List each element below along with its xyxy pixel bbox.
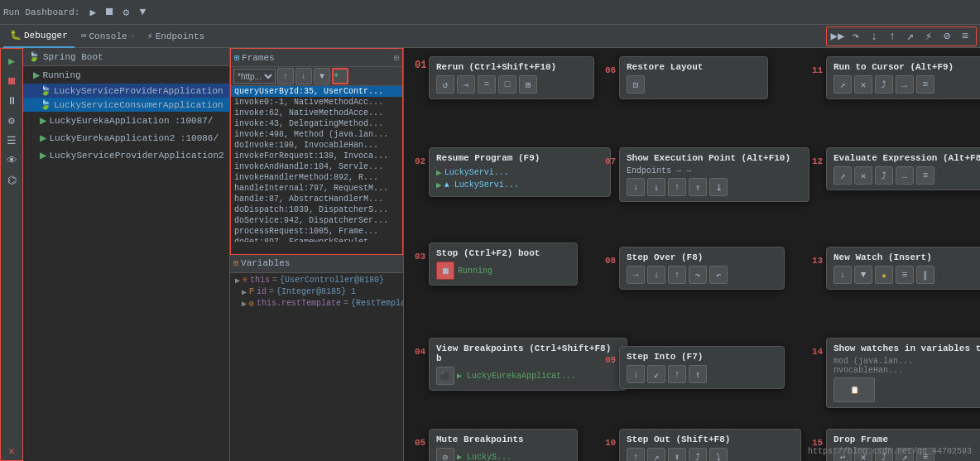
close-icon[interactable]: ✕ — [2, 442, 21, 460]
tab-debugger[interactable]: 🐛 Debugger — [3, 25, 74, 48]
frame-item-2[interactable]: invoke:62, NativeMethodAcce... — [231, 108, 402, 118]
service-consumer-item[interactable]: 🍃 LuckyServiceConsumerApplication — [23, 98, 229, 112]
run-icon[interactable]: ▶ — [85, 5, 100, 20]
rerun-all-btn[interactable]: ⇒ — [457, 75, 475, 94]
rc-1[interactable]: ↗ — [833, 75, 852, 94]
frames-highlight-btn[interactable]: ✚ — [332, 68, 348, 84]
step-over-btn[interactable]: ↷ — [848, 28, 864, 45]
pause-icon[interactable]: ⏸ — [2, 92, 21, 110]
ev-5[interactable]: ≡ — [916, 166, 934, 185]
var-item-0[interactable]: ▶ ≡ this = {UserController@8180} — [232, 275, 401, 286]
bp-icon[interactable]: ⚫ — [436, 367, 454, 385]
stop-btn[interactable]: ⏹ — [436, 262, 454, 280]
frames-toolbar: *http... ↑ ↓ ▼ ✚ — [231, 67, 402, 86]
frames-down-btn[interactable]: ↓ — [295, 68, 312, 84]
running-group[interactable]: ▶ Running — [23, 66, 229, 84]
so-1[interactable]: → — [627, 266, 645, 284]
provider2-item[interactable]: ▶ LuckyServiceProviderApplication2 : — [23, 146, 229, 164]
grid-btn[interactable]: ⊞ — [519, 75, 537, 94]
frames-filter-btn[interactable]: ▼ — [314, 68, 330, 84]
sout-2[interactable]: ↗ — [647, 448, 665, 461]
nw-1[interactable]: ↓ — [833, 266, 852, 284]
si-1[interactable]: ↓ — [627, 365, 645, 383]
service-provider-item[interactable]: 🍃 LuckyServiceProviderApplication :8 — [23, 84, 229, 98]
ev-1[interactable]: ↗ — [833, 166, 852, 185]
frame-item-6[interactable]: invokeForRequest:138, Invoca... — [231, 151, 402, 161]
filter-icon[interactable]: ▼ — [135, 5, 150, 20]
frame-item-11[interactable]: doDispatch:1039, DispatcherS... — [231, 204, 402, 215]
so-3[interactable]: ↑ — [668, 266, 686, 284]
sout-3[interactable]: ⬆ — [668, 448, 686, 461]
stop-icon2[interactable]: ⏹ — [2, 72, 21, 90]
frames-up-btn[interactable]: ↑ — [277, 68, 294, 84]
top-bar: Run Dashboard: ▶ ⏹ ⚙ ▼ — [0, 0, 980, 25]
mute-bp-btn[interactable]: ⊘ — [939, 28, 955, 45]
frame-item-1[interactable]: invoke0:-1, NativeMethodAcc... — [231, 97, 402, 108]
rerun-btn[interactable]: ↺ — [436, 75, 454, 94]
si-4[interactable]: ⇑ — [689, 365, 707, 383]
frame-item-0[interactable]: queryUserById:35, UserContr... — [231, 86, 402, 97]
frame-item-4[interactable]: invoke:498, Method (java.lan... — [231, 129, 402, 140]
sout-1[interactable]: ↑ — [627, 448, 645, 461]
rc-3[interactable]: ⤴ — [875, 75, 893, 94]
frame-item-8[interactable]: invokeHandlerMethod:892, R... — [231, 172, 402, 183]
mute-btn[interactable]: ⊘ — [436, 448, 454, 461]
so-4[interactable]: ↷ — [689, 266, 707, 284]
exec-up-btn[interactable]: ↑ — [668, 178, 686, 196]
ev-4[interactable]: … — [896, 166, 914, 185]
si-3[interactable]: ↑ — [668, 365, 686, 383]
stepinto-icons: ↓ ↙ ↑ ⇑ — [627, 365, 777, 383]
play-icon[interactable]: ▶ — [2, 52, 21, 70]
step-into-btn[interactable]: ↓ — [866, 28, 882, 45]
frame-item-13[interactable]: processRequest:1005, Frame... — [231, 226, 402, 237]
frame-item-14[interactable]: doGet:897, FrameworkServlet... — [231, 237, 402, 242]
ev-2[interactable]: ✕ — [854, 166, 872, 185]
nw-3[interactable]: ★ — [875, 266, 893, 284]
pin-btn[interactable]: = — [478, 75, 496, 94]
run-cursor-btn[interactable]: ↗ — [902, 28, 919, 45]
sout-5[interactable]: ⤵ — [709, 448, 728, 461]
nw-4[interactable]: ≡ — [896, 266, 914, 284]
restore-btn[interactable]: ⊡ — [627, 75, 645, 94]
stop-icon[interactable]: ⏹ — [102, 5, 117, 20]
sout-4[interactable]: ⤴ — [689, 448, 707, 461]
var-item-1[interactable]: ▶ P id = {Integer@8185} 1 — [232, 286, 401, 298]
more-btn[interactable]: ≡ — [957, 28, 973, 45]
frame-item-10[interactable]: handle:87, AbstractHandlerM... — [231, 194, 402, 204]
frame-item-9[interactable]: handleInternal:797, RequestM... — [231, 183, 402, 194]
var-item-2[interactable]: ▶ ⚙ this.restTemplate = {RestTemplate@81… — [232, 298, 401, 310]
rect-btn[interactable]: □ — [498, 75, 516, 94]
nw-2[interactable]: ▼ — [854, 266, 872, 284]
wv-thumbnail[interactable]: 📋 — [833, 377, 875, 402]
eureka2-item[interactable]: ▶ LuckyEurekaApplication2 :10086/ — [23, 129, 229, 146]
exec-dblarup-btn[interactable]: ⇑ — [689, 178, 707, 196]
si-2[interactable]: ↙ — [647, 365, 665, 383]
layout-icon[interactable]: ☰ — [2, 132, 21, 150]
frame-item-12[interactable]: doService:942, DispatcherSer... — [231, 215, 402, 226]
rc-5[interactable]: ≡ — [916, 75, 934, 94]
settings-icon[interactable]: ⚙ — [118, 5, 133, 20]
exec-dl-btn[interactable]: ⤓ — [709, 178, 728, 196]
frame-item-7[interactable]: invokeAndHandle:104, Servle... — [231, 161, 402, 172]
tab-endpoints[interactable]: ⚡ Endpoints — [141, 25, 211, 48]
so-2[interactable]: ↓ — [647, 266, 665, 284]
frame-item-5[interactable]: doInvoke:190, InvocableHan... — [231, 140, 402, 151]
frame-item-3[interactable]: invoke:43, DelegatingMethod... — [231, 118, 402, 129]
ev-3[interactable]: ⤴ — [875, 166, 893, 185]
step-out-btn[interactable]: ↑ — [884, 28, 901, 45]
exec-down-btn[interactable]: ↓ — [627, 178, 645, 196]
rc-4[interactable]: … — [896, 75, 914, 94]
watch-icon[interactable]: 👁 — [2, 151, 21, 170]
thread-dropdown[interactable]: *http... — [233, 69, 276, 84]
rc-2[interactable]: ✕ — [854, 75, 872, 94]
so-5[interactable]: ↶ — [709, 266, 728, 284]
gear-icon[interactable]: ⚙ — [2, 112, 21, 130]
exec-dblarrow-btn[interactable]: ⇓ — [647, 178, 665, 196]
nw-5[interactable]: ∥ — [916, 266, 934, 284]
variables-list: ▶ ≡ this = {UserController@8180} ▶ P id … — [230, 273, 403, 311]
tab-console[interactable]: ⌨ Console → — [74, 25, 141, 48]
resume-btn[interactable]: ▶▶ — [829, 28, 846, 45]
evaluate-btn[interactable]: ⚡ — [920, 28, 937, 45]
method-icon[interactable]: ⌬ — [2, 171, 21, 190]
eureka-item[interactable]: ▶ LuckyEurekaApplication :10087/ — [23, 112, 229, 129]
